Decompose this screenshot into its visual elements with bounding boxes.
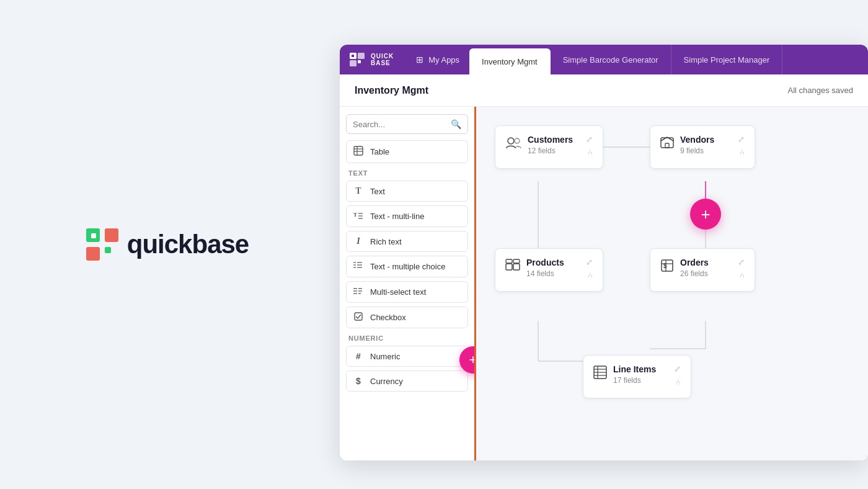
orders-name: Orders — [680, 258, 732, 267]
multiple-choice-label: Text - multiple choice — [370, 262, 445, 271]
customers-icon — [505, 136, 521, 153]
sidebar-item-currency[interactable]: $ Currency — [346, 370, 468, 392]
multiselect-icon — [353, 287, 364, 297]
connect-icon[interactable]: ⑃ — [676, 377, 681, 387]
svg-rect-42 — [665, 143, 669, 148]
svg-rect-8 — [358, 60, 361, 63]
nav-logo: QUICK BASE — [350, 53, 394, 66]
customers-fields: 12 fields — [528, 146, 580, 155]
expand-icon[interactable]: ⤢ — [586, 258, 593, 267]
page-title: Inventory Mgmt — [355, 85, 428, 96]
svg-rect-4 — [91, 233, 96, 238]
app-window: QUICK BASE ⊞ My Apps Inventory Mgmt Simp… — [340, 45, 868, 460]
products-fields: 14 fields — [526, 269, 580, 278]
sidebar-item-text[interactable]: T Text — [346, 181, 468, 202]
sidebar-item-multiple-choice[interactable]: Text - multiple choice — [346, 256, 468, 277]
search-box[interactable]: 🔍 — [346, 114, 468, 134]
svg-rect-7 — [358, 53, 365, 59]
connect-icon[interactable]: ⑃ — [588, 148, 593, 157]
svg-rect-44 — [513, 264, 520, 270]
line-items-name: Line Items — [613, 364, 668, 374]
connect-icon[interactable]: ⑃ — [740, 271, 745, 280]
nav-bar: QUICK BASE ⊞ My Apps Inventory Mgmt Simp… — [340, 45, 868, 74]
multiple-choice-icon — [353, 261, 364, 272]
table-label: Table — [370, 147, 389, 156]
line-items-fields: 17 fields — [613, 376, 668, 385]
rich-text-label: Rich text — [370, 237, 402, 246]
search-input[interactable] — [353, 120, 451, 129]
table-card-products[interactable]: Products 14 fields ⤢ ⑃ — [495, 248, 603, 292]
line-items-icon — [593, 366, 607, 383]
svg-rect-6 — [350, 60, 356, 66]
rich-text-icon: I — [353, 236, 364, 246]
svg-rect-9 — [352, 55, 354, 57]
connect-icon[interactable]: ⑃ — [588, 271, 593, 280]
main-content: 🔍 Table TEXT T Text — [340, 107, 868, 460]
svg-rect-2 — [105, 228, 118, 242]
table-card-customers[interactable]: Customers 12 fields ⤢ ⑃ — [495, 125, 603, 169]
svg-rect-3 — [105, 247, 111, 253]
quickbase-logo: quickbase — [86, 228, 249, 261]
products-icon — [505, 259, 520, 276]
svg-text:T: T — [353, 212, 357, 218]
expand-icon[interactable]: ⤢ — [738, 258, 745, 267]
currency-icon: $ — [353, 376, 364, 386]
save-status: All changes saved — [787, 86, 853, 95]
orders-fields: 26 fields — [680, 269, 732, 278]
quickbase-text: quickbase — [127, 230, 249, 259]
canvas-add-button[interactable]: + — [690, 199, 721, 230]
multiselect-label: Multi-select text — [370, 287, 426, 297]
numeric-icon: # — [353, 351, 364, 361]
text-label: Text — [370, 187, 385, 196]
search-icon: 🔍 — [451, 119, 461, 129]
vendors-name: Vendors — [680, 135, 732, 145]
expand-icon[interactable]: ⤢ — [674, 364, 681, 374]
checkbox-icon — [353, 312, 364, 323]
svg-rect-1 — [86, 247, 100, 261]
sidebar: 🔍 Table TEXT T Text — [340, 107, 476, 460]
numeric-label: Numeric — [370, 352, 400, 361]
checkbox-label: Checkbox — [370, 313, 406, 322]
table-card-line-items[interactable]: Line Items 17 fields ⤢ ⑃ — [583, 355, 691, 398]
table-card-vendors[interactable]: Vendors 9 fields ⤢ ⑃ — [650, 125, 755, 169]
nav-logo-text: QUICK BASE — [371, 53, 394, 66]
table-card-orders[interactable]: $ Orders 26 fields ⤢ ⑃ — [650, 248, 755, 292]
customers-name: Customers — [528, 135, 580, 145]
expand-icon[interactable]: ⤢ — [586, 135, 593, 144]
svg-rect-30 — [355, 313, 362, 320]
qb-logo-icon — [86, 228, 118, 261]
left-branding-panel: quickbase — [0, 0, 335, 489]
svg-point-40 — [515, 138, 520, 143]
vendors-fields: 9 fields — [680, 146, 732, 155]
grid-icon: ⊞ — [416, 55, 423, 65]
header-bar: Inventory Mgmt All changes saved — [340, 74, 868, 107]
text-multiline-icon: T — [353, 211, 364, 222]
expand-icon[interactable]: ⤢ — [738, 135, 745, 144]
table-icon — [353, 146, 364, 158]
my-apps-label: My Apps — [428, 55, 459, 65]
sidebar-item-rich-text[interactable]: I Rich text — [346, 231, 468, 252]
section-text-label: TEXT — [348, 169, 468, 177]
currency-label: Currency — [370, 377, 403, 386]
text-multiline-label: Text - multi-line — [370, 212, 424, 221]
nav-tab-barcode[interactable]: Simple Barcode Generator — [551, 45, 671, 74]
text-icon: T — [353, 186, 364, 196]
nav-logo-icon — [350, 53, 367, 66]
nav-tab-project[interactable]: Simple Project Manager — [671, 45, 783, 74]
vendors-icon — [660, 136, 674, 153]
sidebar-item-multiselect[interactable]: Multi-select text — [346, 281, 468, 303]
nav-tab-inventory[interactable]: Inventory Mgmt — [469, 48, 551, 74]
svg-rect-45 — [506, 259, 512, 263]
svg-rect-43 — [506, 264, 512, 270]
sidebar-item-numeric[interactable]: # Numeric — [346, 346, 468, 367]
canvas: Customers 12 fields ⤢ ⑃ — [476, 107, 868, 460]
connect-icon[interactable]: ⑃ — [740, 148, 745, 157]
products-name: Products — [526, 258, 580, 267]
sidebar-item-text-multiline[interactable]: T Text - multi-line — [346, 205, 468, 227]
nav-tab-my-apps[interactable]: ⊞ My Apps — [406, 45, 469, 74]
sidebar-item-checkbox[interactable]: Checkbox — [346, 307, 468, 328]
svg-rect-46 — [513, 259, 520, 263]
section-numeric-label: NUMERIC — [348, 334, 468, 342]
sidebar-item-table[interactable]: Table — [346, 140, 468, 163]
nav-tabs: ⊞ My Apps Inventory Mgmt Simple Barcode … — [406, 45, 858, 74]
